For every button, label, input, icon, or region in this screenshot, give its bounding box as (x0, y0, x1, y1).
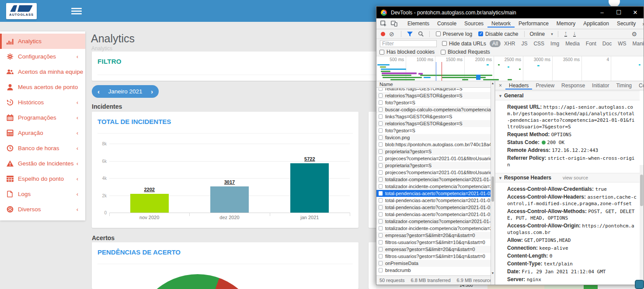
request-row[interactable]: favicon.png (376, 134, 491, 141)
detail-tab-headers[interactable]: Headers (505, 83, 532, 89)
filter-pill-media[interactable]: Media (563, 40, 582, 47)
preserve-log-checkbox[interactable]: Preserve log (436, 31, 472, 37)
tab-sources[interactable]: Sources (460, 21, 487, 27)
scroll-up-icon[interactable]: ▲ (491, 82, 494, 85)
filter-pill-doc[interactable]: Doc (600, 40, 614, 47)
filter-pill-all[interactable]: All (490, 40, 501, 47)
throttling-dropdown[interactable]: Online ▾ (529, 31, 553, 37)
request-row[interactable]: totalizador-competencias?competencia=202… (376, 218, 491, 225)
sidebar-item-meus-acertos-de-ponto[interactable]: Meus acertos de ponto (0, 79, 85, 95)
has-blocked-cookies-checkbox[interactable]: Has blocked cookies (379, 49, 435, 55)
request-row[interactable]: breadcrumb (376, 267, 491, 274)
clear-icon[interactable]: ⊘ (389, 31, 394, 38)
filter-pill-js[interactable]: JS (519, 40, 530, 47)
record-button[interactable] (381, 32, 385, 36)
scrollbar-thumb[interactable] (491, 176, 494, 202)
filter-pill-manifest[interactable]: Manifest (630, 40, 644, 47)
minimize-button[interactable]: – (594, 7, 610, 18)
devtools-titlebar[interactable]: DevTools - pontohcm.autoglass.com.br/ana… (376, 7, 644, 18)
export-har-icon[interactable]: ↓ (573, 31, 576, 37)
request-row[interactable]: foto?gestor=S (376, 99, 491, 106)
filter-pill-css[interactable]: CSS (531, 40, 547, 47)
request-row[interactable]: buscar-codigo-calculo-competencia?compet… (376, 106, 491, 113)
bar-jan-2021[interactable]: 5722 (290, 163, 329, 213)
search-icon[interactable] (418, 31, 424, 37)
next-month-button[interactable]: › (151, 88, 153, 95)
sidebar-item-diversos[interactable]: Diversos‹ (0, 202, 85, 217)
sidebar-item-gest-o-de-incidentes[interactable]: Gestão de Incidentes‹ (0, 156, 85, 171)
request-row[interactable]: proprietaria?gestor=S (376, 162, 491, 169)
detail-tab-timing[interactable]: Timing (613, 83, 635, 89)
detail-tab-preview[interactable]: Preview (532, 83, 558, 89)
inspect-element-icon[interactable] (380, 21, 387, 27)
tab-security[interactable]: Security (613, 21, 640, 27)
request-row[interactable]: filtros-usuarios?gestor=S&limit=10&q=&st… (376, 253, 491, 260)
tab-network[interactable]: Network (487, 21, 515, 28)
bar-nov-2020[interactable]: 2202 (130, 194, 169, 213)
name-column-header[interactable]: Name (376, 81, 491, 88)
detail-scrollbar[interactable] (640, 165, 644, 285)
request-row[interactable]: onPremiseData (376, 260, 491, 267)
request-row[interactable]: total-pendencias-acerto?competencia=2021… (376, 211, 491, 218)
import-har-icon[interactable]: ↑ (564, 31, 567, 37)
tab-performance[interactable]: Performance (515, 21, 553, 27)
tab-memory[interactable]: Memory (553, 21, 579, 27)
tab-elements[interactable]: Elements (404, 21, 433, 27)
filter-pill-img[interactable]: Img (548, 40, 562, 47)
sidebar-item-espelho-do-ponto[interactable]: Espelho do ponto‹ (0, 171, 85, 186)
filter-funnel-icon[interactable] (407, 31, 413, 37)
request-row[interactable]: total-pendencias-acerto?competencia=2021… (376, 190, 491, 197)
sidebar-item-analytics[interactable]: Analytics (0, 34, 85, 49)
request-row[interactable]: links?tags=GESTOR&gestor=S (376, 113, 491, 120)
request-list-scrollbar[interactable]: ▲ ▼ (491, 81, 495, 285)
filter-pill-ws[interactable]: WS (615, 40, 629, 47)
filter-pill-font[interactable]: Font (583, 40, 599, 47)
request-row[interactable]: relatorios?tags=GESTOR&gestor=S (376, 92, 491, 99)
scroll-down-icon[interactable]: ▼ (491, 272, 494, 275)
sidebar-item-programa-es[interactable]: Programações‹ (0, 110, 85, 125)
request-row[interactable]: blob:https://pontohcm.autoglass.com.br/7… (376, 141, 491, 148)
bar-dez-2020[interactable]: 3017 (210, 186, 249, 213)
device-toolbar-icon[interactable] (391, 21, 397, 27)
close-button[interactable]: ✕ (627, 7, 644, 18)
autoglass-logo[interactable]: AUTOGLASS (6, 3, 37, 19)
headers-section-title[interactable]: ▼Response Headersview source (495, 173, 640, 182)
tab-application[interactable]: Application (579, 21, 613, 27)
request-row[interactable]: filtros-usuarios?gestor=S&limit=10&q=&st… (376, 239, 491, 246)
request-row[interactable]: projecoes?competencia=2021-01-01&filtroU… (376, 155, 491, 162)
maximize-button[interactable]: ☐ (610, 7, 627, 18)
request-row[interactable]: totalizador-competencias?competencia=202… (376, 176, 491, 183)
view-source-link[interactable]: view source (563, 175, 588, 180)
sidebar-item-banco-de-horas[interactable]: Banco de horas‹ (0, 141, 85, 156)
more-tabs-chevron[interactable]: » (640, 21, 644, 27)
filter-input[interactable] (380, 40, 437, 47)
request-row[interactable]: total-pendencias-acerto?competencia=2021… (376, 197, 491, 204)
sidebar-item-acertos-da-minha-equipe[interactable]: Acertos da minha equipe (0, 64, 85, 79)
tab-console[interactable]: Console (433, 21, 460, 27)
request-row[interactable]: proprietaria?gestor=S (376, 148, 491, 155)
request-row[interactable]: empresas?gestor=S&limit=20&q=&start=0 (376, 246, 491, 253)
disable-cache-checkbox[interactable]: Disable cache (478, 31, 518, 37)
sidebar-item-apura-o[interactable]: Apuração‹ (0, 125, 85, 141)
request-row[interactable]: projecoes?competencia=2021-01-01&filtroU… (376, 169, 491, 176)
detail-tab-cookies[interactable]: Cookies (635, 83, 644, 89)
detail-tab-initiator[interactable]: Initiator (588, 83, 613, 89)
blocked-requests-checkbox[interactable]: Blocked Requests (441, 49, 490, 55)
headers-section-title[interactable]: ▼General (495, 91, 640, 100)
request-row[interactable]: total-pendencias-acerto?competencia=2021… (376, 204, 491, 211)
request-row[interactable]: relatorios?tags=GESTOR&gestor=S (376, 88, 491, 92)
floating-action-button[interactable] (635, 280, 644, 289)
sidebar-item-logs[interactable]: Logs‹ (0, 186, 85, 202)
hamburger-menu-icon[interactable] (71, 8, 82, 14)
hide-data-urls-checkbox[interactable]: Hide data URLs (442, 41, 486, 47)
request-row[interactable]: foto?gestor=S (376, 127, 491, 134)
request-row[interactable]: totalizador-incidente-competencia?compet… (376, 183, 491, 190)
detail-scrollbar-thumb[interactable] (640, 175, 643, 206)
sidebar-item-configura-es[interactable]: Configurações‹ (0, 49, 85, 64)
filter-pill-xhr[interactable]: XHR (501, 40, 518, 47)
request-row[interactable]: empresas?gestor=S&limit=20&q=&start=0 (376, 232, 491, 239)
close-detail-icon[interactable]: × (495, 83, 505, 89)
prev-month-button[interactable]: ‹ (97, 88, 100, 95)
network-overview-timeline[interactable]: 500 ms1000 ms1500 ms2000 ms2500 ms3000 m… (376, 56, 644, 81)
request-row[interactable]: totalizador-incidente-competencia?compet… (376, 225, 491, 232)
